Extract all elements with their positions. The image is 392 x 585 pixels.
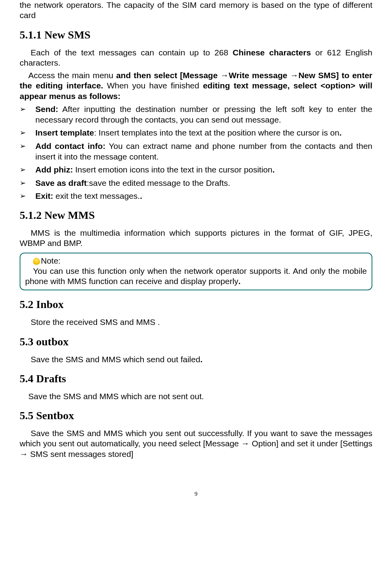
list-item: ➢ Insert template: Insert templates into…: [20, 127, 372, 138]
bullet-tail: .: [339, 128, 342, 137]
bullet-rest: :save the edited message to the Drafts.: [87, 178, 230, 187]
triangle-bullet-icon: ➢: [20, 104, 35, 125]
triangle-bullet-icon: ➢: [20, 178, 35, 188]
note-body-a: You can use this function only when the …: [25, 266, 367, 286]
bullet-bold: Add phiz:: [35, 165, 73, 174]
s55-p1: Save the SMS and MMS which you sent out …: [20, 428, 372, 459]
s512-p1: MMS is the multimedia information which …: [20, 228, 372, 249]
s52-p1: Store the received SMS and MMS .: [20, 317, 372, 327]
list-item: ➢ Add contact info: You can extract name…: [20, 141, 372, 162]
list-item-content: Save as draft:save the edited message to…: [35, 178, 372, 188]
s511-p2-text-a: Access the main menu: [28, 71, 116, 80]
heading-5-1-1: 5.1.1 New SMS: [20, 29, 372, 41]
heading-5-4: 5.4 Drafts: [20, 372, 372, 385]
note-body-b: .: [238, 277, 241, 286]
triangle-bullet-icon: ➢: [20, 164, 35, 175]
bullet-bold: Save as draft: [35, 178, 87, 187]
note-line-1: Note:: [25, 256, 367, 266]
page-number: 9: [20, 491, 372, 497]
list-item-content: Add phiz: Insert emotion icons into the …: [35, 164, 372, 175]
heading-5-2: 5.2 Inbox: [20, 298, 372, 311]
bullet-bold: Add contact info:: [35, 141, 106, 150]
s511-p1-bold: Chinese characters: [233, 48, 311, 57]
list-item: ➢ Add phiz: Insert emotion icons into th…: [20, 164, 372, 175]
triangle-bullet-icon: ➢: [20, 191, 35, 201]
s511-bullet-list: ➢ Send: After inputting the destination …: [20, 104, 372, 201]
bullet-bold: Insert template: [35, 128, 94, 137]
s511-p2: Access the main menu and then select [Me…: [20, 70, 372, 101]
s53-text-a: Save the SMS and MMS which send out fail…: [31, 355, 200, 364]
s54-p1: Save the SMS and MMS which are not sent …: [20, 391, 372, 402]
bullet-bold: Exit:: [35, 191, 53, 200]
lightbulb-icon: [33, 258, 40, 265]
s511-p2-text-c: When you have finished: [103, 81, 203, 90]
bullet-tail: .: [140, 191, 142, 200]
bullet-tail: .: [272, 165, 275, 174]
note-box: Note: You can use this function only whe…: [20, 253, 372, 291]
note-label: Note:: [41, 256, 60, 265]
list-item-content: Insert template: Insert templates into t…: [35, 127, 372, 138]
triangle-bullet-icon: ➢: [20, 141, 35, 162]
heading-5-1-2: 5.1.2 New MMS: [20, 209, 372, 222]
list-item-content: Add contact info: You can extract name a…: [35, 141, 372, 162]
list-item: ➢ Exit: exit the text messages..: [20, 191, 372, 201]
triangle-bullet-icon: ➢: [20, 127, 35, 138]
heading-5-3: 5.3 outbox: [20, 336, 372, 348]
s511-p1: Each of the text messages can contain up…: [20, 48, 372, 68]
list-item-content: Send: After inputting the destination nu…: [35, 104, 372, 125]
heading-5-5: 5.5 Sentbox: [20, 409, 372, 422]
bullet-rest: exit the text messages.: [53, 191, 140, 200]
intro-paragraph: the network operators. The capacity of t…: [20, 0, 372, 21]
bullet-bold: Send:: [35, 105, 58, 114]
bullet-rest: Insert emotion icons into the text in th…: [73, 165, 273, 174]
s53-p1: Save the SMS and MMS which send out fail…: [20, 354, 372, 365]
list-item: ➢ Send: After inputting the destination …: [20, 104, 372, 125]
list-item: ➢ Save as draft:save the edited message …: [20, 178, 372, 188]
page-container: the network operators. The capacity of t…: [0, 0, 392, 513]
bullet-rest: : Insert templates into the text at the …: [94, 128, 339, 137]
list-item-content: Exit: exit the text messages..: [35, 191, 372, 201]
s53-text-b: .: [200, 355, 203, 364]
bullet-rest: After inputting the destination number o…: [35, 105, 372, 124]
note-line-2: You can use this function only when the …: [25, 266, 367, 287]
s511-p1-text-a: Each of the text messages can contain up…: [31, 48, 233, 57]
